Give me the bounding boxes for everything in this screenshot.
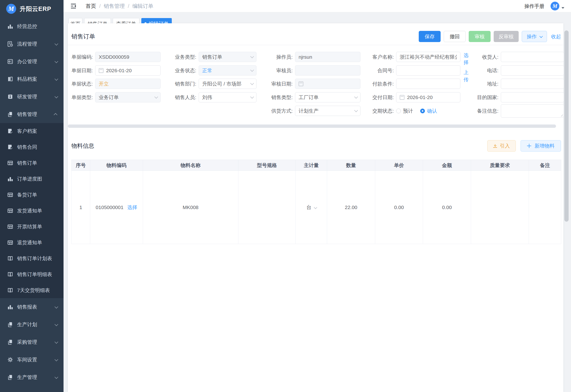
sidebar-item-7day-delivery-report[interactable]: 7天交货明细表 bbox=[0, 282, 63, 298]
resize-handle-icon[interactable] bbox=[560, 114, 563, 117]
sidebar-item-office-mgmt[interactable]: 办公管理 bbox=[0, 53, 63, 70]
collapse-link[interactable]: 收起 bbox=[551, 33, 561, 40]
sidebar-item-label: 销售报表 bbox=[17, 304, 37, 310]
sidebar-item-order-plan-report[interactable]: 销售订单计划表 bbox=[0, 251, 63, 266]
radio-estimate[interactable]: 预计 bbox=[396, 108, 413, 114]
field-label: 销售部门: bbox=[166, 81, 196, 87]
breadcrumb-section[interactable]: 销售管理 bbox=[104, 3, 125, 10]
customer-upload-link[interactable]: 上传 bbox=[463, 69, 469, 83]
copy-icon bbox=[7, 374, 13, 380]
sidebar-item-purchase-mgmt[interactable]: 采购管理 bbox=[0, 333, 63, 351]
actions-dropdown-button[interactable]: 操作 bbox=[522, 31, 547, 42]
remark-textarea[interactable] bbox=[501, 104, 564, 118]
col-amount: 金额 bbox=[423, 160, 471, 171]
cell-remark[interactable] bbox=[529, 171, 561, 244]
breadcrumb-page: 编辑订单 bbox=[132, 3, 153, 10]
dest-country-input[interactable] bbox=[501, 92, 564, 102]
unit-value: 台 bbox=[306, 205, 311, 210]
sidebar-item-sales-mgmt[interactable]: 销售管理 bbox=[0, 105, 63, 123]
sidebar-item-production-mgmt[interactable]: 生产管理 bbox=[0, 368, 63, 386]
bar-chart-icon bbox=[7, 304, 13, 310]
field-biz-status: 业务状态: 正常 bbox=[166, 65, 256, 76]
sidebar-item-stock-order[interactable]: 备货订单 bbox=[0, 187, 63, 203]
payment-terms-input[interactable] bbox=[396, 79, 460, 89]
sidebar-item-order-detail-report[interactable]: 销售订单明细表 bbox=[0, 266, 63, 282]
sidebar-item-sales-order[interactable]: 销售订单 bbox=[0, 155, 63, 171]
sidebar-item-rd-mgmt[interactable]: 研发管理 bbox=[0, 88, 63, 105]
save-button[interactable]: 保存 bbox=[419, 31, 441, 42]
contract-no-input[interactable] bbox=[396, 65, 460, 76]
page-title: 销售订单 bbox=[71, 33, 95, 40]
sidebar-item-business-control[interactable]: 经营总控 bbox=[0, 18, 63, 35]
customer-select-link[interactable]: 选择 bbox=[463, 52, 469, 66]
sidebar-item-shipping-notice[interactable]: 发货通知单 bbox=[0, 203, 63, 219]
radio-label: 预计 bbox=[403, 108, 413, 114]
sidebar-item-return-notice[interactable]: 退货通知单 bbox=[0, 235, 63, 251]
sidebar-item-label: 销售订单计划表 bbox=[17, 255, 52, 262]
field-delivery-date: 交付日期: 2026-01-20 bbox=[361, 92, 460, 102]
form-row: 供货方式: 计划生产 交期状态: 预计 确认 备注信息: bbox=[68, 106, 563, 116]
sidebar-item-processing-workshop[interactable]: 加工车间 bbox=[0, 386, 63, 392]
address-input[interactable] bbox=[501, 79, 564, 89]
chevron-down-icon bbox=[354, 109, 358, 112]
unit-select[interactable]: 台 bbox=[306, 205, 316, 210]
plus-icon bbox=[527, 144, 531, 148]
chevron-down-icon bbox=[250, 95, 254, 99]
field-label: 销售类型: bbox=[266, 94, 293, 101]
operator-input: njrsun bbox=[295, 52, 361, 62]
salesperson-select[interactable]: 刘伟 bbox=[199, 92, 256, 102]
cell-quality[interactable] bbox=[471, 171, 529, 244]
field-dest-country: 目的国家: bbox=[467, 92, 564, 102]
phone-input[interactable] bbox=[501, 65, 564, 76]
field-sales-dept: 销售部门: 升阳公司 / 市场部 bbox=[166, 79, 256, 89]
sidebar-item-sales-contract[interactable]: 销售合同 bbox=[0, 139, 63, 155]
table-icon bbox=[7, 239, 13, 246]
sales-type-select[interactable]: 工厂订单 bbox=[295, 92, 361, 102]
panel-header: 销售订单 保存 撤回 审核 反审核 操作 收起 bbox=[68, 23, 563, 45]
recall-button[interactable]: 撤回 bbox=[444, 31, 466, 42]
breadcrumb-home[interactable]: 首页 bbox=[86, 3, 96, 10]
vertical-scrollbar[interactable] bbox=[564, 30, 569, 222]
user-menu-caret-icon[interactable] bbox=[561, 7, 564, 9]
customer-input[interactable]: 浙江裕兴不动产经纪有限公司 bbox=[396, 52, 460, 62]
material-pick-link[interactable]: 选择 bbox=[127, 204, 137, 211]
sidebar-item-customer-archive[interactable]: 客户档案 bbox=[0, 123, 63, 139]
sidebar-fold-icon[interactable] bbox=[70, 3, 77, 9]
consignee-input[interactable] bbox=[501, 52, 564, 62]
delivery-date-picker[interactable]: 2026-01-20 bbox=[396, 92, 460, 102]
doc-date-picker[interactable]: 2026-01-20 bbox=[95, 65, 161, 76]
chevron-down-icon bbox=[55, 42, 58, 46]
cell-qty[interactable]: 22.00 bbox=[327, 171, 375, 244]
field-label: 交付日期: bbox=[361, 94, 394, 101]
sidebar-item-sales-report[interactable]: 销售报表 bbox=[0, 298, 63, 316]
sales-dept-select[interactable]: 升阳公司 / 市场部 bbox=[199, 79, 256, 89]
supply-mode-select[interactable]: 计划生产 bbox=[295, 106, 361, 116]
sidebar-item-process-mgmt[interactable]: 流程管理 bbox=[0, 35, 63, 53]
sidebar-item-workshop-settings[interactable]: 车间设置 bbox=[0, 351, 63, 368]
radio-confirm[interactable]: 确认 bbox=[420, 108, 437, 114]
biz-status-select: 正常 bbox=[199, 65, 256, 76]
manual-link[interactable]: 操作手册 bbox=[524, 3, 544, 10]
sidebar-item-label: 发货通知单 bbox=[17, 207, 42, 214]
add-material-button[interactable]: 新增物料 bbox=[521, 140, 561, 152]
topbar-right: 操作手册 M bbox=[524, 2, 564, 11]
sidebar-item-production-plan[interactable]: 生产计划 bbox=[0, 316, 63, 333]
sidebar-item-label: 备货订单 bbox=[17, 192, 37, 198]
form-row: 单据状态: 开立 销售部门: 升阳公司 / 市场部 审核日期: 付款条件: 地址… bbox=[68, 79, 563, 89]
sidebar-item-invoice-settlement[interactable]: 开票结算单 bbox=[0, 219, 63, 235]
avatar[interactable]: M bbox=[551, 2, 559, 11]
doc-edit-icon bbox=[7, 144, 13, 150]
open-book-icon bbox=[7, 255, 13, 262]
table-header-row: 序号 物料编码 物料名称 型号规格 主计量 数量 单价 金额 质量要求 备注 bbox=[72, 160, 561, 171]
horizontal-scrollbar[interactable] bbox=[68, 125, 556, 128]
doc-status-input: 开立 bbox=[95, 79, 161, 89]
import-button[interactable]: 引入 bbox=[487, 140, 516, 152]
open-book-icon bbox=[7, 287, 13, 294]
sidebar-item-order-progress[interactable]: 订单进度图 bbox=[0, 171, 63, 187]
field-consignee: 收货人: bbox=[467, 52, 564, 62]
sidebar-item-material-archive[interactable]: 料品档案 bbox=[0, 70, 63, 88]
table-row: 1 0105000001 选择 MK008 台 22.00 bbox=[72, 171, 561, 244]
field-doc-date: 单据日期: 2026-01-20 bbox=[69, 65, 161, 76]
cell-price[interactable]: 0.00 bbox=[375, 171, 423, 244]
actions-label: 操作 bbox=[527, 33, 537, 40]
